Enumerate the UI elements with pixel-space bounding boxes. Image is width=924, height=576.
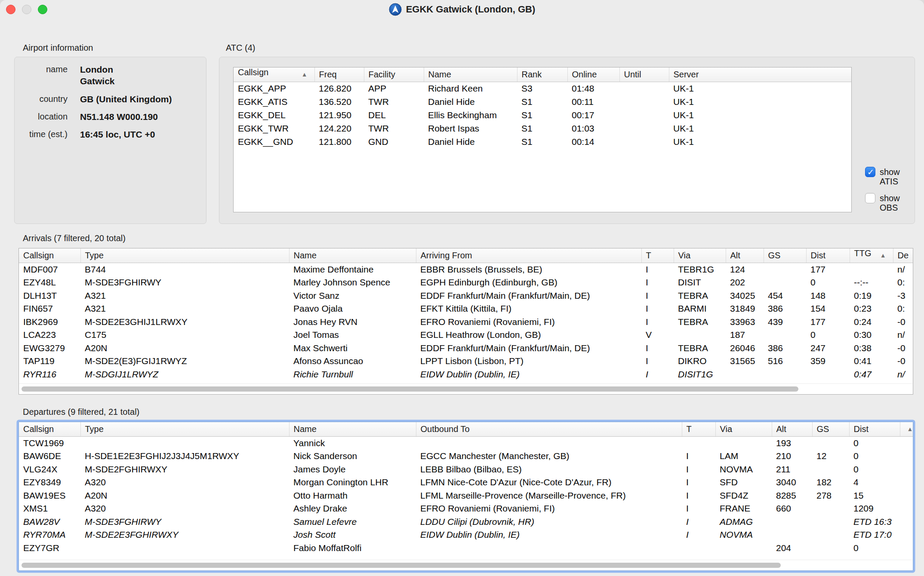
column-header-name[interactable]: Name [289, 248, 416, 263]
table-cell: UK-1 [669, 135, 852, 149]
table-row[interactable]: TCW1969Yannick1930 [19, 437, 913, 450]
column-header-callsign[interactable]: Callsign▲ [234, 67, 314, 82]
column-header-delay[interactable]: De [893, 248, 913, 263]
table-cell: 26046 [726, 342, 764, 355]
checkbox-box[interactable] [865, 193, 875, 203]
table-cell: 386 [764, 302, 806, 316]
table-row[interactable]: IBK2969M-SDE2E3GHIJ1LRWXYJonas Hey RVNEF… [19, 316, 913, 329]
table-row[interactable]: MDF007B744Maxime DeffontaineEBBR Brussel… [19, 263, 913, 276]
table-row[interactable]: FIN657A321Paavo OjalaEFKT Kittila (Kitti… [19, 302, 913, 316]
table-cell: 177 [806, 263, 850, 276]
table-cell: 210 [772, 450, 812, 463]
table-cell [682, 437, 715, 450]
table-cell: 4 [849, 476, 900, 489]
table-row[interactable]: XMS1A320Ashley DrakeEFRO Rovaniemi (Rova… [19, 502, 913, 515]
table-cell: 15 [849, 489, 900, 502]
checkbox-box[interactable] [865, 167, 875, 177]
app-icon [389, 3, 402, 16]
table-cell: BARMI [674, 302, 726, 316]
table-cell [900, 528, 913, 542]
table-cell: FIN657 [19, 302, 80, 316]
show-atis-checkbox[interactable]: show ATIS [865, 167, 917, 186]
table-cell: S1 [517, 109, 567, 122]
table-row[interactable]: EGKK_APP126.820APPRichard KeenS301:48UK-… [234, 82, 852, 95]
column-header-gs[interactable]: GS [764, 248, 806, 263]
table-cell: 0:24 [850, 316, 893, 329]
column-header-outbound-to[interactable]: Outbound To [416, 422, 682, 437]
table-cell: UK-1 [669, 95, 852, 109]
table-cell: LPPT Lisbon (Lisbon, PT) [416, 355, 641, 368]
column-header-alt[interactable]: Alt [772, 422, 812, 437]
table-row[interactable]: EGKK_DEL121.950DELEllis BeckinghamS100:1… [234, 109, 852, 122]
column-header-facility[interactable]: Facility [364, 67, 424, 82]
table-cell: 202 [726, 276, 764, 289]
table-row[interactable]: RYR116M-SDGIJ1LRWYZRichie TurnbullEIDW D… [19, 368, 913, 381]
table-cell: 0 [806, 328, 850, 342]
column-header-name[interactable]: Name [289, 422, 416, 437]
table-cell: S1 [517, 135, 567, 149]
table-cell [416, 437, 682, 450]
table-row[interactable]: EZY7GRFabio MoffatRolfi2040 [19, 542, 913, 555]
column-header-name[interactable]: Name [424, 67, 517, 82]
horizontal-scrollbar[interactable] [19, 383, 912, 394]
table-cell: APP [364, 82, 424, 95]
table-row[interactable]: VLG24XM-SDE2FGHIRWXYJames DoyleLEBB Bilb… [19, 463, 913, 476]
table-cell [900, 515, 913, 529]
column-header-via[interactable]: Via [715, 422, 772, 437]
table-row[interactable]: EWG3279A20NMax SchwertiEDDF Frankfurt/Ma… [19, 342, 913, 355]
table-cell: VLG24X [19, 463, 80, 476]
table-row[interactable]: EZY8349A320Morgan Conington LHRLFMN Nice… [19, 476, 913, 489]
column-header-sorted-clipped[interactable]: ▲ [900, 422, 913, 437]
table-cell: Richie Turnbull [289, 368, 416, 381]
scrollbar-thumb[interactable] [22, 563, 781, 568]
table-row[interactable]: EGKK_ATIS136.520TWRDaniel HideS100:11UK-… [234, 95, 852, 109]
column-header-online[interactable]: Online [567, 67, 619, 82]
column-header-t[interactable]: T [641, 248, 674, 263]
table-cell: M-SDE2FGHIRWXY [80, 463, 289, 476]
column-header-type[interactable]: Type [80, 422, 289, 437]
column-header-t[interactable]: T [682, 422, 715, 437]
table-cell: A20N [80, 489, 289, 502]
column-header-arriving-from[interactable]: Arriving From [416, 248, 641, 263]
table-cell: James Doyle [289, 463, 416, 476]
column-header-rank[interactable]: Rank [517, 67, 567, 82]
table-row[interactable]: BAW28VM-SDE3FGHIRWYSamuel LefevreLDDU Ci… [19, 515, 913, 529]
column-header-freq[interactable]: Freq [314, 67, 364, 82]
field-value-location: N51.148 W000.190 [80, 111, 206, 123]
table-row[interactable]: DLH13TA321Victor SanzEDDF Frankfurt/Main… [19, 289, 913, 303]
column-header-callsign[interactable]: Callsign [19, 422, 80, 437]
scrollbar-thumb[interactable] [22, 386, 798, 392]
column-header-alt[interactable]: Alt [726, 248, 764, 263]
column-header-ttg[interactable]: TTG▲ [850, 248, 893, 263]
table-cell: I [682, 502, 715, 515]
table-row[interactable]: LCA223C175Joel TomasEGLL Heathrow (Londo… [19, 328, 913, 342]
table-cell: -0 [893, 355, 913, 368]
horizontal-scrollbar[interactable] [19, 560, 912, 570]
table-row[interactable]: EZY48LM-SDE3FGHIRWYMarley Johnson Spence… [19, 276, 913, 289]
table-cell: 187 [726, 328, 764, 342]
table-cell [764, 276, 806, 289]
table-cell: TEBRA [674, 289, 726, 303]
table-cell: XMS1 [19, 502, 80, 515]
table-row[interactable]: RYR70MAM-SDE2E3FGHIRWXYJosh ScottEIDW Du… [19, 528, 913, 542]
table-row[interactable]: BAW6DEH-SDE1E2E3FGHIJ2J3J4J5M1RWXYNick S… [19, 450, 913, 463]
column-header-via[interactable]: Via [674, 248, 726, 263]
column-header-dist[interactable]: Dist [806, 248, 850, 263]
column-header-type[interactable]: Type [80, 248, 289, 263]
app-window: EGKK Gatwick (London, GB) Airport inform… [0, 0, 924, 576]
table-row[interactable]: EGKK_TWR124.220TWRRobert IspasS101:03UK-… [234, 122, 852, 135]
table-row[interactable]: EGKK__GND121.800GNDDaniel HideS100:14UK-… [234, 135, 852, 149]
column-header-dist[interactable]: Dist [849, 422, 900, 437]
column-header-gs[interactable]: GS [812, 422, 849, 437]
table-cell: UK-1 [669, 109, 852, 122]
table-row[interactable]: TAP119M-SDE2(E3)FGIJ1RWYZAfonso Assuncao… [19, 355, 913, 368]
show-obs-checkbox[interactable]: show OBS [865, 193, 917, 212]
table-cell: -0 [893, 342, 913, 355]
column-header-until[interactable]: Until [619, 67, 669, 82]
column-header-callsign[interactable]: Callsign [19, 248, 80, 263]
table-row[interactable]: BAW19ESA20NOtto HarmathLFML Marseille-Pr… [19, 489, 913, 502]
table-cell: I [641, 276, 674, 289]
column-header-server[interactable]: Server [669, 67, 852, 82]
table-cell: 3040 [772, 476, 812, 489]
table-cell: EZY48L [19, 276, 80, 289]
